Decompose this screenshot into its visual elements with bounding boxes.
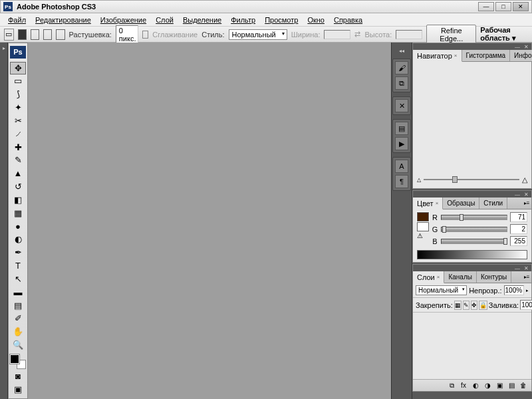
color-swatches[interactable] xyxy=(10,354,26,369)
g-value[interactable]: 2 xyxy=(510,224,527,234)
brushes-panel-icon[interactable]: 🖌 xyxy=(395,61,408,74)
wand-tool[interactable]: ✦ xyxy=(10,101,26,114)
layer-comps-icon[interactable]: ▤ xyxy=(395,122,408,135)
swap-icon[interactable]: ⇄ xyxy=(354,30,360,39)
close-icon[interactable]: × xyxy=(437,274,440,280)
marquee-tool[interactable]: ▭ xyxy=(10,75,26,88)
lock-all-icon[interactable]: 🔒 xyxy=(479,301,487,310)
tab-swatches[interactable]: Образцы xyxy=(443,198,479,209)
menu-layer[interactable]: Слой xyxy=(152,15,178,25)
lock-image-icon[interactable]: ✎ xyxy=(463,301,469,310)
lasso-tool[interactable]: ⟆ xyxy=(10,88,26,100)
foreground-swatch[interactable] xyxy=(10,354,19,364)
history-brush-tool[interactable]: ↺ xyxy=(10,180,26,193)
zoom-in-icon[interactable]: △ xyxy=(522,176,527,184)
selection-mode-int[interactable] xyxy=(56,29,65,40)
fg-color-swatch[interactable] xyxy=(417,212,429,221)
antialias-checkbox[interactable] xyxy=(142,31,148,39)
menu-filter[interactable]: Фильтр xyxy=(227,15,259,25)
width-input[interactable] xyxy=(324,30,350,39)
selection-mode-new[interactable] xyxy=(18,29,27,40)
layer-mask-icon[interactable]: ◐ xyxy=(470,381,481,390)
selection-mode-add[interactable] xyxy=(31,29,39,40)
pen-tool[interactable]: ✒ xyxy=(10,246,26,259)
tab-layers[interactable]: Слои× xyxy=(413,271,444,283)
bg-color-swatch[interactable] xyxy=(417,222,429,231)
eraser-tool[interactable]: ◧ xyxy=(10,194,26,206)
g-slider[interactable] xyxy=(441,227,507,232)
height-input[interactable] xyxy=(396,30,422,39)
layer-style-icon[interactable]: fx xyxy=(458,381,469,390)
menu-file[interactable]: Файл xyxy=(4,15,30,25)
b-slider[interactable] xyxy=(441,239,507,244)
panel-menu-icon[interactable]: ▸≡ xyxy=(522,271,531,283)
gradient-tool[interactable]: ▦ xyxy=(10,207,26,219)
tab-histogram[interactable]: Гистограмма xyxy=(462,50,511,61)
zoom-slider[interactable]: △ △ xyxy=(417,175,527,184)
tab-channels[interactable]: Каналы xyxy=(444,271,477,283)
tab-styles[interactable]: Стили xyxy=(479,198,507,209)
crop-tool[interactable]: ✂ xyxy=(10,114,26,127)
new-layer-icon[interactable]: ▤ xyxy=(506,381,517,390)
marquee-tool-icon[interactable]: ▭ xyxy=(4,29,14,41)
menu-edit[interactable]: Редактирование xyxy=(31,15,95,25)
panel-menu-icon[interactable]: ▸≡ xyxy=(522,198,531,209)
panel-minimize-icon[interactable]: — xyxy=(515,192,520,198)
healing-tool[interactable]: ✚ xyxy=(10,141,26,154)
menu-image[interactable]: Изображение xyxy=(96,15,150,25)
eyedropper-tool[interactable]: ✐ xyxy=(10,312,26,325)
stamp-tool[interactable]: ▲ xyxy=(10,167,26,180)
menu-select[interactable]: Выделение xyxy=(179,15,225,25)
fill-input[interactable]: 100% xyxy=(520,300,532,310)
panel-minimize-icon[interactable]: — xyxy=(515,265,520,271)
zoom-thumb[interactable] xyxy=(452,176,458,183)
shape-tool[interactable]: ▬ xyxy=(10,286,26,299)
opacity-input[interactable]: 100% xyxy=(504,285,524,295)
type-tool[interactable]: T xyxy=(10,259,26,272)
new-group-icon[interactable]: ▣ xyxy=(494,381,505,390)
maximize-button[interactable]: □ xyxy=(495,2,511,11)
feather-value[interactable]: 0 пикс. xyxy=(116,25,138,44)
move-tool[interactable]: ✥ xyxy=(10,62,26,74)
style-select[interactable]: Нормальный xyxy=(229,29,287,40)
panel-close-icon[interactable]: ✕ xyxy=(524,192,529,198)
gamut-warning-icon[interactable]: ⚠ xyxy=(417,232,425,240)
quickmask-tool[interactable]: ◙ xyxy=(10,370,26,382)
panel-close-icon[interactable]: ✕ xyxy=(524,44,529,50)
lock-transparency-icon[interactable]: ▦ xyxy=(454,301,462,310)
tool-presets-icon[interactable]: ✕ xyxy=(395,99,408,112)
clone-panel-icon[interactable]: ⧉ xyxy=(395,76,408,90)
tab-navigator[interactable]: Навигатор× xyxy=(413,50,462,62)
color-spectrum[interactable] xyxy=(417,250,527,259)
lock-position-icon[interactable]: ✥ xyxy=(471,301,477,310)
close-icon[interactable]: × xyxy=(436,200,439,206)
hand-tool[interactable]: ✋ xyxy=(10,325,26,338)
dock-collapse-icon[interactable]: ◂◂ xyxy=(392,47,412,55)
zoom-tool[interactable]: 🔍 xyxy=(10,338,26,351)
layer-list[interactable] xyxy=(413,313,531,379)
zoom-track[interactable] xyxy=(424,179,519,180)
character-panel-icon[interactable]: A xyxy=(395,160,408,173)
link-layers-icon[interactable]: ⧉ xyxy=(446,381,457,390)
adjustment-layer-icon[interactable]: ◑ xyxy=(482,381,493,390)
workspace-button[interactable]: Рабочая область xyxy=(480,26,528,43)
blur-tool[interactable]: ● xyxy=(10,220,26,233)
close-icon[interactable]: × xyxy=(454,53,458,59)
panel-minimize-icon[interactable]: — xyxy=(515,44,520,50)
chevron-icon[interactable]: ▸ xyxy=(526,288,529,293)
selection-mode-sub[interactable] xyxy=(43,29,52,40)
blend-mode-select[interactable]: Нормальный xyxy=(416,285,467,295)
expand-icon[interactable]: ▸ xyxy=(3,45,5,51)
refine-edge-button[interactable]: Refine Edge... xyxy=(426,25,476,45)
dodge-tool[interactable]: ◐ xyxy=(10,233,26,245)
screenmode-tool[interactable]: ▣ xyxy=(10,383,26,396)
toolbox-collapse-strip[interactable]: ▸ xyxy=(0,43,8,399)
brush-tool[interactable]: ✎ xyxy=(10,154,26,167)
actions-icon[interactable]: ▶ xyxy=(395,137,408,150)
menu-view[interactable]: Просмотр xyxy=(261,15,302,25)
path-tool[interactable]: ↖ xyxy=(10,273,26,285)
tab-color[interactable]: Цвет× xyxy=(413,198,443,209)
slice-tool[interactable]: ⟋ xyxy=(10,128,26,140)
b-value[interactable]: 255 xyxy=(510,236,527,246)
r-value[interactable]: 71 xyxy=(510,212,527,222)
